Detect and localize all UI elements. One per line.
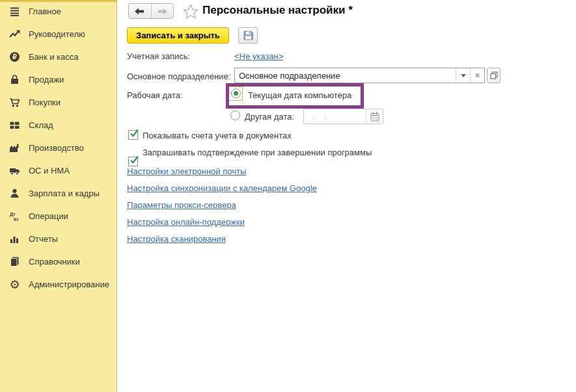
save-icon-button[interactable] xyxy=(238,27,258,44)
sidebar-item-label: Банк и касса xyxy=(29,52,79,62)
account-label: Учетная запись: xyxy=(127,51,190,61)
sidebar-item-purchases[interactable]: Покупки xyxy=(0,91,117,114)
sidebar-item-label: Главное xyxy=(29,7,61,16)
checkbox-show-accounts-label: Показывать счета учета в документах xyxy=(143,131,292,140)
sidebar-item-sales[interactable]: Продажи xyxy=(0,68,117,91)
checkbox-confirm-exit[interactable] xyxy=(128,157,138,166)
link-email-settings[interactable]: Настройки электронной почты xyxy=(127,166,246,176)
sidebar-item-salary-hr[interactable]: Зарплата и кадры xyxy=(0,182,117,205)
sidebar-item-label: Администрирование xyxy=(29,280,109,289)
radio-other-date-label: Другая дата: xyxy=(245,112,294,122)
sidebar-item-label: Руководителю xyxy=(29,29,85,39)
books-icon xyxy=(8,255,21,268)
sidebar-item-label: Зарплата и кадры xyxy=(29,189,100,198)
sidebar-item-production[interactable]: Производство xyxy=(0,137,117,159)
check-icon xyxy=(129,128,139,138)
sidebar-item-main[interactable]: Главное xyxy=(0,0,117,23)
checkbox-confirm-exit-label: Запрашивать подтверждение при завершении… xyxy=(143,148,372,157)
app-window: Главное Руководителю ₽ Банк и касса Прод… xyxy=(0,0,576,392)
sidebar-item-directories[interactable]: Справочники xyxy=(0,250,117,273)
radio-current-date-label: Текущая дата компьютера xyxy=(248,90,351,100)
svg-text:Дт: Дт xyxy=(10,212,16,217)
grid-icon xyxy=(8,119,21,131)
sidebar-item-operations[interactable]: ДтКт Операции xyxy=(0,205,117,228)
floppy-icon xyxy=(243,30,254,41)
close-icon: × xyxy=(474,71,480,80)
bar-chart-icon xyxy=(8,233,21,245)
department-label: Основное подразделение: xyxy=(127,72,230,81)
sidebar-item-fixed-assets[interactable]: ОС и НМА xyxy=(0,159,117,182)
person-icon xyxy=(8,187,21,200)
check-icon xyxy=(129,155,139,165)
department-dropdown-button[interactable] xyxy=(456,68,470,83)
back-button[interactable] xyxy=(129,4,151,18)
page-title: Персональные настройки * xyxy=(202,4,353,17)
link-online-support[interactable]: Настройка онлайн-поддержки xyxy=(127,217,245,227)
open-in-form-icon xyxy=(490,72,498,79)
sidebar-item-label: ОС и НМА xyxy=(29,166,70,176)
debit-credit-icon: ДтКт xyxy=(8,210,21,222)
checkbox-show-accounts[interactable] xyxy=(128,130,138,140)
calendar-button[interactable] xyxy=(366,109,383,124)
ruble-icon: ₽ xyxy=(8,51,21,63)
account-link[interactable]: <Не указан> xyxy=(234,51,283,61)
truck-icon xyxy=(8,164,21,177)
sidebar-item-label: Операции xyxy=(29,211,68,221)
sidebar-item-reports[interactable]: Отчеты xyxy=(0,228,117,250)
sidebar-item-label: Справочники xyxy=(29,257,80,267)
shopping-bag-icon xyxy=(8,73,21,86)
radio-other-date[interactable] xyxy=(230,111,240,120)
svg-text:Кт: Кт xyxy=(14,217,19,222)
sidebar-item-warehouse[interactable]: Склад xyxy=(0,114,117,137)
sidebar-item-label: Продажи xyxy=(29,75,64,85)
favorite-star-icon[interactable] xyxy=(182,3,199,19)
sidebar-item-administration[interactable]: ⚙ Администрирование xyxy=(0,273,117,296)
history-nav-group xyxy=(128,3,174,19)
radio-current-date[interactable] xyxy=(231,88,241,98)
menu-icon xyxy=(8,5,21,18)
sidebar-item-label: Склад xyxy=(29,120,53,130)
sidebar-item-manager[interactable]: Руководителю xyxy=(0,23,117,46)
sidebar-item-label: Производство xyxy=(29,143,84,153)
department-input[interactable] xyxy=(235,68,456,83)
link-google-calendar-sync[interactable]: Настройка синхронизации с календарем Goo… xyxy=(127,183,317,193)
chevron-down-icon xyxy=(461,74,466,77)
gear-icon: ⚙ xyxy=(8,278,21,291)
cart-icon xyxy=(8,96,21,109)
trend-icon xyxy=(8,28,21,40)
link-scanning-settings[interactable]: Настройка сканирования xyxy=(127,234,226,244)
working-date-label: Рабочая дата: xyxy=(127,90,183,100)
link-proxy-settings[interactable]: Параметры прокси-сервера xyxy=(127,200,236,210)
sidebar: Главное Руководителю ₽ Банк и касса Прод… xyxy=(0,0,117,392)
sidebar-item-label: Покупки xyxy=(29,98,61,107)
save-and-close-button[interactable]: Записать и закрыть xyxy=(127,27,229,44)
other-date-input[interactable]: . . xyxy=(304,109,366,124)
other-date-field-group: . . xyxy=(303,109,383,124)
sidebar-item-label: Отчеты xyxy=(29,234,58,244)
radio-selected-dot xyxy=(234,91,238,96)
department-field-group: × xyxy=(234,68,485,83)
factory-icon xyxy=(8,142,21,154)
department-clear-button[interactable]: × xyxy=(470,68,484,83)
department-open-button[interactable] xyxy=(487,68,501,83)
sidebar-menu: Главное Руководителю ₽ Банк и касса Прод… xyxy=(0,0,117,296)
sidebar-item-bank-cash[interactable]: ₽ Банк и касса xyxy=(0,46,117,68)
forward-button[interactable] xyxy=(151,4,174,18)
calendar-icon xyxy=(370,112,379,122)
svg-text:₽: ₽ xyxy=(12,53,17,60)
